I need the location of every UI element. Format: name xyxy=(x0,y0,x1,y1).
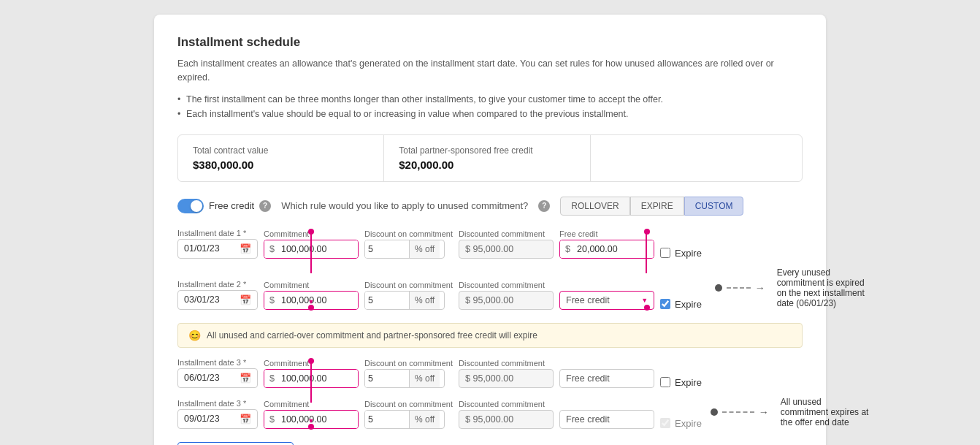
calendar-icon-3[interactable]: 📅 xyxy=(240,373,251,384)
commitment-input-1[interactable] xyxy=(278,240,358,258)
total-contract-label: Total contract value xyxy=(193,145,369,156)
card-title: Installment schedule xyxy=(177,35,803,50)
pink-line-commit-1 xyxy=(310,234,312,273)
commitment-input-4[interactable] xyxy=(278,411,358,428)
expire-checkbox-2[interactable] xyxy=(660,299,670,309)
installment-3-date-value: 06/01/23 xyxy=(184,373,237,383)
installment-4-discounted-value: $ 95,000.00 xyxy=(465,414,513,425)
percent-symbol-3: % off xyxy=(409,370,440,387)
annotation-1-dot xyxy=(715,284,722,292)
toggle-label: Free credit xyxy=(209,200,254,211)
installment-4-expire-group: Expire xyxy=(660,406,702,429)
rollover-button[interactable]: ROLLOVER xyxy=(560,197,629,216)
pink-dot-commit-2-bottom xyxy=(308,305,314,311)
installment-3-discounted-group: Discounted commitment $ 95,000.00 xyxy=(459,359,554,388)
installment-1-discounted-group: Discounted commitment $ 95,000.00 xyxy=(459,229,554,259)
discount-input-4[interactable] xyxy=(365,411,409,428)
summary-row: Total contract value $380,000.00 Total p… xyxy=(177,134,803,182)
expire-button[interactable]: EXPIRE xyxy=(630,197,684,216)
installment-4-freecredit-group: x Free credit xyxy=(559,400,654,429)
annotation-1-dashes xyxy=(727,287,751,289)
card-description: Each installment creates an allowance th… xyxy=(177,57,803,85)
installment-1-freecredit-wrapper: Free credit $ xyxy=(559,229,654,259)
annotation-2-text: All unused commitment expires at the off… xyxy=(781,397,870,427)
dropdown-arrow-fc-2: ▼ xyxy=(641,297,648,304)
free-credit-value-2: Free credit xyxy=(566,295,610,305)
installment-4-commitment-wrapper: Commitment $ ▼ xyxy=(264,400,359,429)
installment-1-expire-group: Expire xyxy=(660,236,702,259)
pink-dot-fc-1-top xyxy=(644,229,650,235)
installment-2-discount-label: Discount on commitment xyxy=(364,281,453,289)
dollar-symbol-3: $ xyxy=(264,370,278,387)
expire-checkbox-1[interactable] xyxy=(660,248,670,258)
free-credit-value-4: Free credit xyxy=(566,414,610,425)
expire-label-1: Expire xyxy=(675,248,702,259)
installment-2-discount-group: Discount on commitment % off xyxy=(364,281,453,310)
free-credit-input-1[interactable] xyxy=(574,240,654,258)
question-help-icon[interactable]: ? xyxy=(538,200,550,212)
expire-checkbox-4[interactable] xyxy=(660,418,670,428)
installment-1-date-group: Installment date 1 * 01/01/23 📅 xyxy=(177,229,258,259)
commitment-input-2[interactable] xyxy=(278,292,358,309)
expire-label-4: Expire xyxy=(675,418,702,429)
dollar-symbol-1: $ xyxy=(264,240,278,258)
discount-input-1[interactable] xyxy=(365,240,409,258)
installment-3-discounted-value: $ 95,000.00 xyxy=(465,373,513,384)
expire-label-2: Expire xyxy=(675,299,702,310)
pink-dot-commit-3-top xyxy=(308,358,314,364)
pink-line-commit-3 xyxy=(310,363,312,403)
installment-2-commitment-label: Commitment xyxy=(264,281,359,289)
warning-text: All unused and carried-over commitment a… xyxy=(207,330,537,341)
pink-dot-fc-2-bottom xyxy=(644,305,650,311)
annotation-2-dashes xyxy=(722,411,754,413)
add-installment-button[interactable]: + ADD INSTALLMENT xyxy=(177,442,294,446)
percent-symbol-1: % off xyxy=(409,240,440,258)
toggle-help-icon[interactable]: ? xyxy=(259,200,271,212)
installment-3-expire-group: Expire xyxy=(660,365,702,388)
expire-checkbox-3[interactable] xyxy=(660,377,670,387)
percent-symbol-4: % off xyxy=(409,411,440,428)
calendar-icon-1[interactable]: 📅 xyxy=(240,243,251,254)
custom-button[interactable]: CUSTOM xyxy=(684,197,744,216)
installment-3-discount-group: Discount on commitment % off xyxy=(364,359,453,388)
discount-input-2[interactable] xyxy=(365,292,409,309)
installment-2-expire-group: Expire xyxy=(660,287,702,310)
installment-4-discount-group: Discount on commitment % off xyxy=(364,400,453,429)
installment-1-commitment-wrapper: Commitment $ xyxy=(264,229,359,259)
installment-1-discount-group: Discount on commitment % off xyxy=(364,229,453,259)
installment-2-date-value: 03/01/23 xyxy=(184,294,237,305)
annotation-1-container: → Every unused commitment is expired on … xyxy=(715,267,873,310)
dollar-symbol-fc-1: $ xyxy=(560,240,574,258)
installment-4-date-label: Installment date 3 * xyxy=(177,399,258,408)
pink-line-fc-1 xyxy=(646,234,647,273)
annotation-2-dot xyxy=(711,408,718,416)
installment-2-discounted-label: Discounted commitment xyxy=(459,281,554,289)
installment-2-freecredit-wrapper: Free credit Free credit ▼ xyxy=(559,281,654,310)
calendar-icon-4[interactable]: 📅 xyxy=(240,414,251,425)
controls-row: Free credit ? Which rule would you like … xyxy=(177,197,803,216)
rule-buttons: ROLLOVER EXPIRE CUSTOM xyxy=(560,197,743,216)
calendar-icon-2[interactable]: 📅 xyxy=(240,294,251,305)
commitment-input-3[interactable] xyxy=(278,370,358,387)
installment-3-discount-label: Discount on commitment xyxy=(364,359,453,368)
installment-4-date-value: 09/01/23 xyxy=(184,414,237,424)
installment-1-discounted-label: Discounted commitment xyxy=(459,229,554,238)
installment-3-commitment-wrapper: Commitment $ xyxy=(264,359,359,388)
installment-section-1: Installment date 1 * 01/01/23 📅 Commitme… xyxy=(177,229,803,319)
pink-dot-commit-1-top xyxy=(308,229,314,235)
warning-banner: 😊 All unused and carried-over commitment… xyxy=(177,323,803,348)
installment-1-date-value: 01/01/23 xyxy=(184,243,237,254)
bullet-item-1: The first installment can be three month… xyxy=(177,92,803,107)
installment-1-discounted-value: $ 95,000.00 xyxy=(465,244,513,254)
installment-section-2: Installment date 3 * 06/01/23 📅 Commitme… xyxy=(177,358,803,435)
annotation-1-text: Every unused commitment is expired on th… xyxy=(777,267,874,308)
discount-input-3[interactable] xyxy=(365,370,409,387)
total-contract-box: Total contract value $380,000.00 xyxy=(178,135,384,181)
installment-2-discounted-value: $ 95,000.00 xyxy=(465,295,513,305)
free-credit-toggle-container: Free credit ? xyxy=(177,199,271,213)
dollar-symbol-4: $ xyxy=(264,411,278,428)
free-credit-toggle[interactable] xyxy=(177,199,204,213)
free-credit-value-3: Free credit xyxy=(566,373,610,384)
installment-3-date-label: Installment date 3 * xyxy=(177,358,258,367)
bullet-item-2: Each installment's value should be equal… xyxy=(177,107,803,121)
